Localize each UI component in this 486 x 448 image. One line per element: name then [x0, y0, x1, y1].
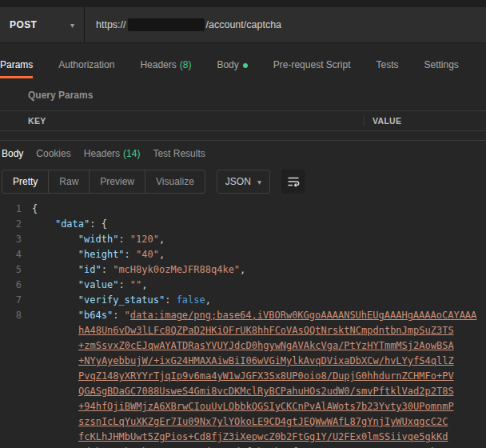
line-number: 5 [0, 262, 32, 278]
code-text: { [32, 202, 38, 217]
code-area: 1{2 "data": {3 "width": "120",4 "height"… [0, 202, 486, 448]
code-line: 4 "height": "40", [0, 247, 486, 262]
mode-visualize[interactable]: Visualize [145, 170, 205, 193]
code-text: "b64s": "data:image/png;base64,iVBORw0KG… [32, 308, 476, 323]
request-url-bar: POST ▾ https:// /account/captcha [0, 7, 486, 43]
code-text: "data": { [32, 217, 107, 232]
code-text: "value": "", [32, 278, 148, 293]
code-line: 6 "value": "", [0, 278, 486, 293]
response-tab-headers[interactable]: Headers(14) [84, 148, 141, 159]
wrap-lines-button[interactable] [281, 170, 305, 194]
code-text: +dSbeGa2kKmk2etVeDE9PHjGmoOdYfshJyhxFfKy… [32, 445, 448, 448]
line-number [0, 369, 32, 384]
tab-label: Pre-request Script [273, 59, 351, 70]
line-number: 1 [0, 202, 32, 217]
code-text: "width": "120", [32, 232, 165, 247]
code-text: +NYyAyebbujW/+ixG24HMAXAiwBiI06wVGiMylkA… [32, 354, 454, 369]
viewer-toolbar: PrettyRawPreviewVisualize JSON ▾ [0, 166, 486, 194]
line-number [0, 430, 32, 445]
mode-raw[interactable]: Raw [49, 170, 90, 193]
code-wrapped-line: +zmSsvxZ0cEJqwAYATDRasYVUYJdcD0hgywNgAVA… [0, 338, 486, 354]
tab-label: Body [2, 148, 23, 159]
code-text: "verify_status": false, [32, 293, 211, 308]
line-number [0, 414, 32, 430]
mode-pretty[interactable]: Pretty [2, 170, 49, 193]
tab-pre-request-script[interactable]: Pre-request Script [273, 59, 351, 78]
response-tabs: BodyCookiesHeaders(14)Test Results [0, 141, 486, 166]
method-label: POST [10, 19, 37, 30]
viewer-modes: PrettyRawPreviewVisualize [2, 170, 205, 194]
postman-window: POST ▾ https:// /account/captcha ParamsA… [0, 0, 486, 448]
url-path: /account/captcha [206, 19, 282, 30]
code-wrapped-line: hA48Un6vDw3lLFc8QZPaD2HKiOFrUK8hhFCoVAsQ… [0, 323, 486, 338]
code-line: 2 "data": { [0, 217, 486, 232]
tab-params[interactable]: Params [0, 59, 33, 78]
language-dropdown[interactable]: JSON ▾ [217, 170, 270, 194]
code-text: PvqZ148yXRYYrTjqIp9v6ma4yW1wJGFX3Sx8UP0o… [32, 369, 454, 384]
line-number [0, 445, 32, 448]
code-line: 8 "b64s": "data:image/png;base64,iVBORw0… [0, 308, 486, 323]
line-number [0, 384, 32, 399]
response-tab-cookies[interactable]: Cookies [36, 148, 70, 159]
code-text: szsnIcLqYuXKZgEr7Iu09Nx7ylYOkoLE9CD4gtJE… [32, 414, 448, 430]
line-number [0, 399, 32, 414]
code-line: 5 "id": "mcH8yk0ozMeJFR88q4ke", [0, 262, 486, 278]
chevron-down-icon: ▾ [70, 21, 74, 30]
line-number: 8 [0, 308, 32, 323]
code-text: hA48Un6vDw3lLFc8QZPaD2HKiOFrUK8hhFCoVAsQ… [32, 323, 454, 338]
request-tabs: ParamsAuthorizationHeaders(8)BodyPre-req… [0, 43, 486, 78]
tab-body[interactable]: Body [217, 59, 247, 78]
language-label: JSON [225, 176, 251, 187]
tab-label: Settings [424, 59, 459, 70]
response-divider [0, 131, 486, 141]
line-number: 7 [0, 293, 32, 308]
column-header-value: VALUE [364, 116, 486, 126]
query-params-title: Query Params [0, 78, 486, 110]
code-text: fcKLhJHMbUwt5ZgPios+Cd8fjZ3iXepwcZ0b2FtG… [32, 430, 448, 445]
tab-label: Body [217, 59, 238, 70]
tab-label: Tests [376, 59, 398, 70]
code-line: 1{ [0, 202, 486, 217]
code-wrapped-line: fcKLhJHMbUwt5ZgPios+Cd8fjZ3iXepwcZ0b2FtG… [0, 430, 486, 445]
tab-label: Params [0, 59, 33, 70]
tab-label: Authorization [58, 59, 114, 70]
query-params-header: KEY VALUE [0, 110, 486, 131]
tab-label: Headers [140, 59, 176, 70]
tab-tests[interactable]: Tests [376, 59, 398, 78]
code-text: QGASgBDaGC7088UsweS4Gmi8vcDKMclRyBCPahuH… [32, 384, 454, 399]
mode-preview[interactable]: Preview [90, 170, 145, 193]
chevron-down-icon: ▾ [257, 178, 261, 186]
tab-headers[interactable]: Headers(8) [140, 59, 191, 78]
word-wrap-icon [287, 175, 300, 188]
code-text: +94hfOjiBWMjzA6XBrwCIouUvLQbbkQGSIyCKCnP… [32, 399, 454, 414]
tab-count-badge: (8) [180, 59, 192, 70]
line-number [0, 323, 32, 338]
line-number: 6 [0, 278, 32, 293]
url-input[interactable]: https:// /account/captcha [85, 7, 486, 42]
column-header-key: KEY [0, 116, 364, 126]
code-text: "height": "40", [32, 247, 165, 262]
line-number [0, 338, 32, 354]
code-text: +zmSsvxZ0cEJqwAYATDRasYVUYJdcD0hgywNgAVA… [32, 338, 454, 354]
code-wrapped-line: +94hfOjiBWMjzA6XBrwCIouUvLQbbkQGSIyCKCnP… [0, 399, 486, 414]
url-scheme: https:// [96, 19, 126, 30]
response-tab-body[interactable]: Body [2, 148, 23, 159]
code-wrapped-line: QGASgBDaGC7088UsweS4Gmi8vcDKMclRyBCPahuH… [0, 384, 486, 399]
tab-authorization[interactable]: Authorization [58, 59, 114, 78]
code-wrapped-line: szsnIcLqYuXKZgEr7Iu09Nx7ylYOkoLE9CD4gtJE… [0, 414, 486, 430]
tab-label: Cookies [36, 148, 70, 159]
code-line: 3 "width": "120", [0, 232, 486, 247]
response-tab-test-results[interactable]: Test Results [153, 148, 205, 159]
url-redacted-block [128, 18, 205, 31]
window-top-strip [0, 0, 486, 7]
code-line: 7 "verify_status": false, [0, 293, 486, 308]
body-active-dot-icon [243, 63, 248, 68]
tab-label: Test Results [153, 148, 205, 159]
tab-count-badge: (14) [123, 148, 140, 159]
method-dropdown[interactable]: POST ▾ [0, 7, 85, 42]
line-number [0, 354, 32, 369]
tab-settings[interactable]: Settings [424, 59, 459, 78]
line-number: 2 [0, 217, 32, 232]
code-wrapped-line: PvqZ148yXRYYrTjqIp9v6ma4yW1wJGFX3Sx8UP0o… [0, 369, 486, 384]
code-wrapped-line: +NYyAyebbujW/+ixG24HMAXAiwBiI06wVGiMylkA… [0, 354, 486, 369]
